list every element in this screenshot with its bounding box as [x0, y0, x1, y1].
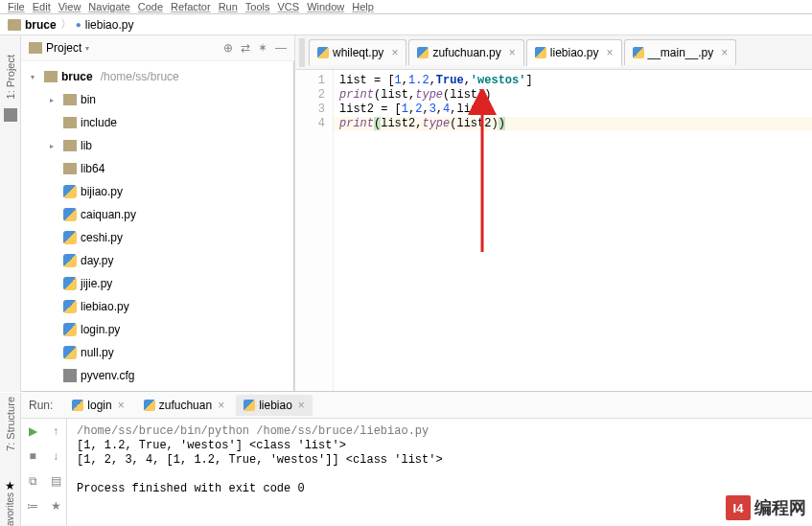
project-tree[interactable]: ▾ bruce /home/ss/bruce ▸bin include ▸lib…	[21, 61, 294, 392]
code-token: ,	[436, 103, 443, 116]
console-output[interactable]: /home/ss/bruce/bin/python /home/ss/bruce…	[67, 419, 812, 526]
tree-label: login.py	[81, 323, 120, 336]
tab-whileqt[interactable]: whileqt.py×	[309, 39, 406, 65]
expand-icon[interactable]: ▸	[50, 142, 59, 150]
tree-label: include	[81, 116, 117, 129]
code-token: ]	[525, 74, 532, 87]
favorites-tool-button[interactable]: Favorites	[5, 492, 15, 526]
menu-run[interactable]: Run	[219, 2, 238, 11]
tab-liebiao[interactable]: liebiao.py×	[526, 39, 622, 67]
run-tab-label: liebiao	[259, 399, 292, 412]
tree-item[interactable]: liebiao.py	[21, 295, 293, 318]
menu-refactor[interactable]: Refactor	[171, 2, 211, 11]
code-token: )	[499, 117, 505, 130]
menu-vcs[interactable]: VCS	[278, 2, 300, 11]
python-icon	[63, 208, 77, 221]
code-content[interactable]: list = [1,1.2,True,'westos'] print(list,…	[334, 70, 812, 392]
run-tab-zufuchuan[interactable]: zufuchuan×	[136, 395, 232, 416]
tab-scroll-left[interactable]	[299, 38, 305, 67]
line-number: 4	[295, 117, 325, 131]
tree-label: lib	[81, 139, 92, 152]
layout-button[interactable]: ⧉	[21, 469, 44, 493]
wrap-button[interactable]: ▤	[44, 469, 67, 493]
star-icon[interactable]: ★	[5, 479, 15, 492]
menu-help[interactable]: Help	[352, 2, 374, 11]
close-icon[interactable]: ×	[509, 46, 516, 59]
locate-icon[interactable]: ⊕	[223, 41, 233, 55]
stop-button[interactable]: ■	[21, 444, 44, 469]
tab-zufuchuan[interactable]: zufuchuan.py×	[408, 39, 523, 65]
python-icon	[63, 231, 77, 244]
expand-icon[interactable]: ▸	[50, 96, 59, 104]
menu-view[interactable]: View	[58, 2, 81, 11]
hide-icon[interactable]: —	[275, 41, 287, 55]
tree-root[interactable]: ▾ bruce /home/ss/bruce	[21, 65, 293, 88]
tree-item[interactable]: ▸lib	[21, 134, 293, 157]
menu-tools[interactable]: Tools	[245, 2, 270, 11]
run-tab-login[interactable]: login×	[64, 395, 131, 416]
project-title[interactable]: Project	[46, 41, 81, 55]
structure-tool-strip: 7: Structure	[0, 393, 21, 479]
menu-window[interactable]: Window	[307, 2, 344, 11]
structure-tool-button[interactable]: 7: Structure	[5, 397, 16, 451]
close-icon[interactable]: ×	[721, 46, 728, 59]
down-button[interactable]: ↓	[44, 444, 67, 469]
rerun-button[interactable]: ▶	[21, 419, 44, 444]
tab-main[interactable]: __main__.py×	[624, 39, 737, 65]
code-token: ,	[402, 74, 408, 87]
close-icon[interactable]: ×	[391, 46, 398, 59]
breadcrumb: bruce 〉 ● liebiao.py	[0, 14, 812, 35]
expand-icon[interactable]: ▾	[31, 73, 40, 81]
python-icon	[72, 400, 83, 411]
tree-item[interactable]: caiquan.py	[21, 203, 293, 226]
python-icon	[244, 400, 255, 411]
code-token: True	[436, 74, 464, 87]
menu-edit[interactable]: Edit	[33, 2, 51, 11]
up-button[interactable]: ↑	[44, 419, 67, 444]
breadcrumb-project[interactable]: bruce	[25, 18, 57, 32]
tab-label: whileqt.py	[333, 46, 383, 59]
close-icon[interactable]: ×	[118, 399, 125, 412]
collapse-icon[interactable]: ⇄	[241, 41, 250, 55]
close-icon[interactable]: ×	[607, 46, 614, 59]
console-exit: Process finished with exit code 0	[77, 482, 305, 495]
tree-item[interactable]: pyvenv.cfg	[21, 364, 293, 387]
export-button[interactable]: ≔	[21, 493, 44, 518]
tree-item[interactable]: ceshi.py	[21, 226, 293, 249]
tree-item[interactable]: jijie.py	[21, 272, 293, 295]
tree-item[interactable]: null.py	[21, 341, 293, 364]
tree-item[interactable]: lib64	[21, 157, 293, 180]
config-icon	[63, 369, 77, 382]
tree-item[interactable]: login.py	[21, 318, 293, 341]
code-token: 1	[402, 103, 408, 116]
left-tool-strip: 1: Project	[0, 35, 21, 392]
menu-navigate[interactable]: Navigate	[88, 2, 129, 11]
pin-button[interactable]: ★	[44, 493, 67, 518]
folder-icon	[8, 19, 21, 31]
tree-label: bin	[81, 93, 96, 106]
tree-label: pyvenv.cfg	[81, 369, 134, 382]
close-icon[interactable]: ×	[218, 399, 224, 412]
python-icon	[144, 400, 155, 411]
tree-item[interactable]: include	[21, 111, 293, 134]
chevron-down-icon[interactable]: ▾	[85, 44, 89, 53]
project-tool-button[interactable]: 1: Project	[5, 55, 16, 99]
console-line: [1, 1.2, True, 'westos'] <class 'list'>	[77, 439, 346, 452]
run-tab-liebiao[interactable]: liebiao×	[236, 395, 313, 416]
tree-item[interactable]: day.py	[21, 249, 293, 272]
tree-item[interactable]: bijiao.py	[21, 180, 293, 203]
line-number: 2	[295, 88, 325, 103]
run-header: Run: login× zufuchuan× liebiao×	[21, 392, 812, 419]
menu-file[interactable]: File	[8, 2, 25, 11]
sidebar-tool-icon[interactable]	[4, 108, 17, 122]
close-icon[interactable]: ×	[298, 399, 305, 412]
menu-code[interactable]: Code	[138, 2, 163, 11]
gear-icon[interactable]: ✶	[258, 41, 267, 55]
tree-item[interactable]: ▸bin	[21, 88, 293, 111]
code-editor[interactable]: 1 2 3 4 list = [1,1.2,True,'westos'] pri…	[295, 70, 812, 392]
breadcrumb-file[interactable]: liebiao.py	[85, 18, 134, 32]
folder-icon	[63, 163, 77, 174]
code-token: (list,	[374, 88, 415, 102]
main-menubar[interactable]: File Edit View Navigate Code Refactor Ru…	[0, 0, 812, 14]
run-panel: Run: login× zufuchuan× liebiao× ▶ ↑ ■ ↓ …	[21, 391, 812, 526]
